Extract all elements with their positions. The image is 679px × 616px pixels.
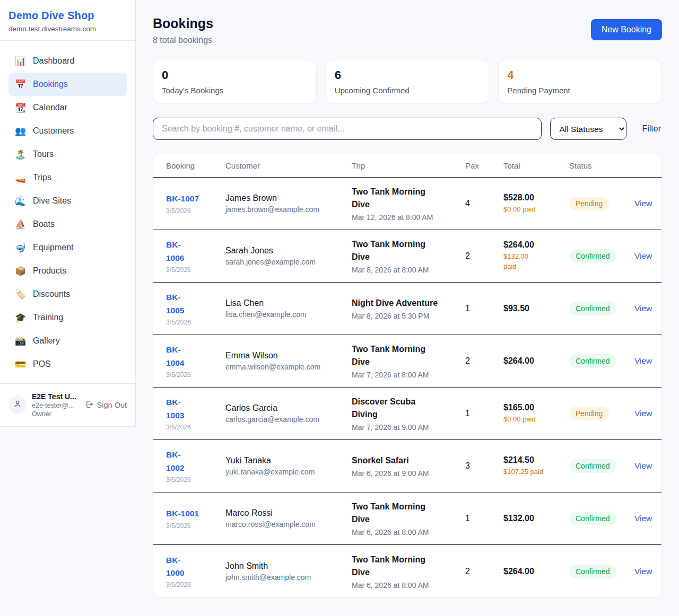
booking-id-link[interactable]: BK-1007 <box>166 192 219 205</box>
actions-cell: View <box>634 304 658 313</box>
training-icon: 🎓 <box>15 312 25 323</box>
sidebar-item-trips[interactable]: 🚤 Trips <box>8 166 127 189</box>
booking-cell: BK-1001 3/5/2026 <box>166 507 225 529</box>
sign-out-label: Sign Out <box>97 401 127 409</box>
bookings-table: Booking Customer Trip Pax Total Status B… <box>153 154 662 598</box>
sidebar-item-boats[interactable]: ⛵ Boats <box>8 213 127 236</box>
sidebar-item-label: Dive Sites <box>33 196 71 206</box>
sidebar-item-label: Equipment <box>33 243 74 252</box>
status-badge: Confirmed <box>569 302 616 315</box>
total-amount: $264.00 <box>503 567 563 576</box>
booking-id-link[interactable]: BK-1001 <box>166 507 219 520</box>
booking-id-link[interactable]: BK- 1004 <box>166 344 219 369</box>
trip-cell: Two Tank Morning Dive Mar 8, 2026 at 8:0… <box>352 238 465 274</box>
customer-cell: Carlos Garcia carlos.garcia@example.com <box>225 403 352 424</box>
trip-cell: Discover Scuba Diving Mar 7, 2026 at 9:0… <box>352 395 465 432</box>
view-booking-link[interactable]: View <box>634 567 652 576</box>
status-cell: Pending <box>569 407 634 420</box>
column-header-total: Total <box>503 161 569 170</box>
customer-email: james.brown@example.com <box>225 205 345 214</box>
sidebar-item-bookings[interactable]: 📅 Bookings <box>8 73 127 96</box>
view-booking-link[interactable]: View <box>634 356 652 365</box>
sidebar-item-training[interactable]: 🎓 Training <box>8 306 127 329</box>
logout-icon <box>85 400 94 410</box>
trip-cell: Snorkel Safari Mar 6, 2026 at 9:00 AM <box>352 454 465 478</box>
dashboard-icon: 📊 <box>15 56 25 67</box>
new-booking-button[interactable]: New Booking <box>591 19 662 40</box>
trip-name: Snorkel Safari <box>352 454 459 467</box>
status-badge: Confirmed <box>569 459 616 473</box>
sidebar-item-discounts[interactable]: 🏷️ Discounts <box>8 283 127 306</box>
customer-name: Yuki Tanaka <box>225 456 345 465</box>
status-cell: Confirmed <box>569 354 634 368</box>
status-badge: Confirmed <box>569 249 616 263</box>
sidebar-item-label: Discounts <box>33 289 70 299</box>
sidebar-item-dive-sites[interactable]: 🌊 Dive Sites <box>8 189 127 213</box>
pax-cell: 1 <box>465 409 503 418</box>
table-row: BK- 1003 3/5/2026 Carlos Garcia carlos.g… <box>153 388 661 440</box>
booking-id-link[interactable]: BK- 1006 <box>166 239 219 264</box>
booking-id-link[interactable]: BK- 1000 <box>166 554 219 579</box>
trip-datetime: Mar 7, 2026 at 8:00 AM <box>352 371 459 379</box>
sidebar-item-pos[interactable]: 💳 POS <box>8 353 127 376</box>
table-row: BK- 1004 3/5/2026 Emma Wilson emma.wilso… <box>153 335 661 388</box>
trips-icon: 🚤 <box>15 172 25 183</box>
customer-name: Carlos Garcia <box>225 403 345 413</box>
view-booking-link[interactable]: View <box>634 304 652 313</box>
view-booking-link[interactable]: View <box>634 461 652 470</box>
trip-name: Night Dive Adventure <box>352 297 459 310</box>
booking-id-link[interactable]: BK- 1002 <box>166 448 219 474</box>
stat-value: 4 <box>507 68 653 82</box>
stats-row: 0 Today's Bookings 6 Upcoming Confirmed … <box>153 60 662 103</box>
total-amount: $132.00 <box>503 514 563 523</box>
view-booking-link[interactable]: View <box>634 251 652 260</box>
sign-out-button[interactable]: Sign Out <box>85 400 127 410</box>
sidebar-item-customers[interactable]: 👥 Customers <box>8 119 127 143</box>
search-input[interactable] <box>153 118 542 140</box>
view-booking-link[interactable]: View <box>634 199 652 208</box>
dive-sites-icon: 🌊 <box>15 196 25 207</box>
user-role: Owner <box>32 410 80 418</box>
trip-datetime: Mar 6, 2026 at 9:00 AM <box>352 469 459 478</box>
booking-created-date: 3/5/2026 <box>166 319 219 326</box>
sidebar-nav: 📊 Dashboard 📅 Bookings 📆 Calendar 👥 Cust… <box>0 41 135 383</box>
total-amount: $264.00 <box>503 356 563 366</box>
sidebar-item-products[interactable]: 📦 Products <box>8 259 127 283</box>
sidebar-item-gallery[interactable]: 📸 Gallery <box>8 329 127 353</box>
equipment-icon: 🤿 <box>15 242 25 253</box>
user-section: E2E Test U... e2e-tester@... Owner Sign … <box>0 383 135 426</box>
table-row: BK- 1006 3/5/2026 Sarah Jones sarah.jone… <box>153 230 661 283</box>
sidebar-item-dashboard[interactable]: 📊 Dashboard <box>8 49 127 73</box>
customer-name: James Brown <box>225 193 345 203</box>
customers-icon: 👥 <box>15 126 25 137</box>
sidebar-item-equipment[interactable]: 🤿 Equipment <box>8 236 127 259</box>
pax-cell: 1 <box>465 514 503 523</box>
status-cell: Confirmed <box>569 512 634 525</box>
booking-cell: BK-1007 3/5/2026 <box>166 192 225 214</box>
trip-name: Discover Scuba Diving <box>352 395 459 421</box>
actions-cell: View <box>634 409 658 418</box>
trip-cell: Two Tank Morning Dive Mar 7, 2026 at 8:0… <box>352 343 465 379</box>
discounts-icon: 🏷️ <box>15 289 25 300</box>
view-booking-link[interactable]: View <box>634 514 652 523</box>
sidebar-item-label: Customers <box>33 126 74 136</box>
booking-id-link[interactable]: BK- 1005 <box>166 291 219 316</box>
status-filter-select[interactable]: All Statuses <box>550 118 626 140</box>
booking-id-link[interactable]: BK- 1003 <box>166 396 219 421</box>
column-header-status: Status <box>569 161 634 170</box>
trip-name: Two Tank Morning Dive <box>352 500 459 526</box>
table-row: BK- 1000 3/5/2026 John Smith john.smith@… <box>153 545 661 597</box>
trip-name: Two Tank Morning Dive <box>352 186 459 211</box>
total-amount: $264.00 <box>503 240 563 250</box>
booking-cell: BK- 1004 3/5/2026 <box>166 344 225 378</box>
total-amount: $214.50 <box>503 455 563 465</box>
status-badge: Confirmed <box>569 354 616 368</box>
sidebar-item-calendar[interactable]: 📆 Calendar <box>8 96 127 119</box>
status-cell: Confirmed <box>569 249 634 263</box>
total-amount: $93.50 <box>503 304 563 313</box>
pax-cell: 2 <box>465 356 503 366</box>
sidebar-item-tours[interactable]: 🏝️ Tours <box>8 143 127 166</box>
view-booking-link[interactable]: View <box>634 409 652 418</box>
table-row: BK-1001 3/5/2026 Marco Rossi marco.rossi… <box>153 492 661 545</box>
filter-button[interactable]: Filter <box>641 122 662 136</box>
